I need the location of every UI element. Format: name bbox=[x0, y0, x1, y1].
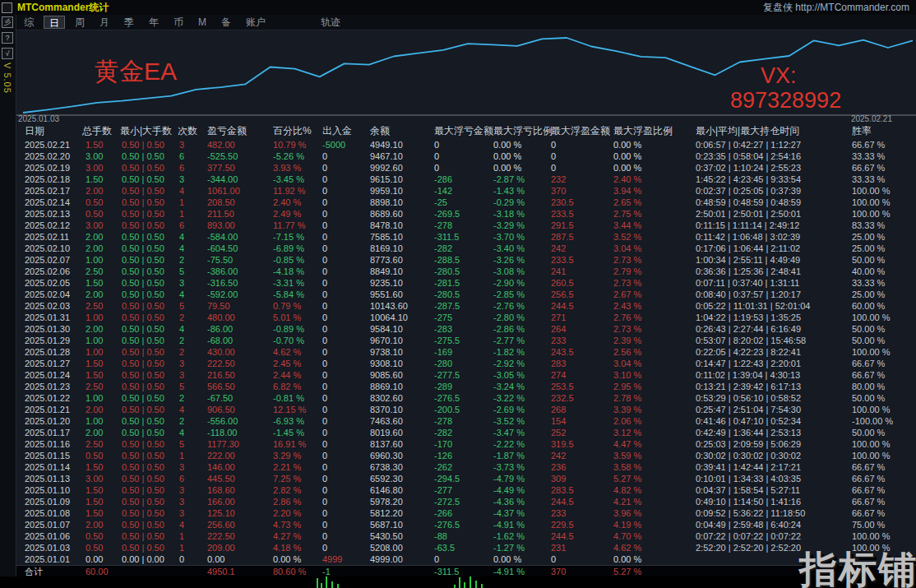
column-header[interactable]: 最大浮盈金额 bbox=[551, 123, 613, 139]
column-header[interactable]: 出入金 bbox=[322, 123, 370, 139]
bottom-histogram bbox=[0, 576, 916, 588]
help-icon[interactable]: ? bbox=[2, 32, 13, 44]
brush-icon[interactable]: 彡 bbox=[2, 16, 13, 28]
table-row[interactable]: 2025.01.162.500.50 | 0.5051177.3016.91 %… bbox=[16, 438, 916, 450]
menu-item-综[interactable]: 综 bbox=[19, 16, 39, 29]
menu-item-日[interactable]: 日 bbox=[44, 16, 65, 29]
table-row[interactable]: 2025.02.102.000.50 | 0.504-604.50-6.89 %… bbox=[16, 243, 916, 254]
table-row[interactable]: 2025.02.112.000.50 | 0.504-584.00-7.15 %… bbox=[16, 231, 916, 243]
cell-total_lots: 3.00 bbox=[82, 150, 120, 162]
cell-max_float_profit_pct: 2.95 % bbox=[613, 381, 681, 392]
table-row[interactable]: 2025.01.221.000.50 | 0.502-67.50-0.81 %0… bbox=[16, 392, 916, 404]
column-header[interactable]: 总手数 bbox=[82, 123, 120, 139]
table-row[interactable]: 2025.01.150.500.50 | 0.501222.003.29 %06… bbox=[16, 450, 916, 461]
table-row[interactable]: 2025.02.032.500.50 | 0.50579.500.79 %010… bbox=[16, 300, 916, 312]
table-row[interactable]: 2025.02.062.500.50 | 0.505-386.00-4.18 %… bbox=[16, 266, 916, 277]
site-link[interactable]: 复盘侠 http://MTCommander.com bbox=[763, 1, 909, 15]
table-row[interactable]: 2025.02.051.500.50 | 0.503-316.50-3.31 %… bbox=[16, 277, 916, 289]
table-row[interactable]: 2025.01.081.500.50 | 0.503125.102.20 %05… bbox=[16, 507, 916, 519]
column-header[interactable]: 日期 bbox=[16, 123, 82, 139]
table-row[interactable]: 2025.01.271.500.50 | 0.503222.502.45 %09… bbox=[16, 358, 916, 369]
cell-pl_amount: 906.50 bbox=[207, 404, 273, 415]
column-header[interactable]: 最小|大手数 bbox=[120, 123, 178, 139]
column-header[interactable]: 最大浮盈比例 bbox=[613, 123, 681, 139]
table-row[interactable]: 2025.01.072.000.50 | 0.504256.604.73 %05… bbox=[16, 519, 916, 530]
cell-total_lots: 0.00 bbox=[82, 553, 120, 565]
cell-min_max_lots: 0.50 | 0.50 bbox=[120, 473, 178, 484]
table-row[interactable]: 2025.01.212.000.50 | 0.504906.5012.15 %0… bbox=[16, 404, 916, 415]
cell-max_float_profit_pct: 2.79 % bbox=[613, 266, 681, 277]
cell-max_float_profit: 264 bbox=[551, 323, 613, 335]
table-row[interactable]: 2025.02.193.000.50 | 0.506377.503.93 %09… bbox=[16, 162, 916, 174]
table-row[interactable]: 2025.02.071.000.50 | 0.502-75.50-0.85 %0… bbox=[16, 254, 916, 266]
column-header[interactable]: 百分比% bbox=[273, 123, 322, 139]
table-row[interactable]: 2025.01.201.000.50 | 0.502-556.00-6.93 %… bbox=[16, 415, 916, 427]
column-header[interactable]: 胜率 bbox=[837, 123, 916, 139]
cell-max_float_loss: -294.5 bbox=[434, 473, 493, 484]
cell-max_float_profit_pct: 3.58 % bbox=[613, 461, 681, 473]
table-row[interactable]: 2025.02.211.500.50 | 0.503482.0010.79 %-… bbox=[16, 139, 916, 150]
table-row[interactable]: 2025.02.203.000.50 | 0.506-525.50-5.26 %… bbox=[16, 150, 916, 162]
table-row[interactable]: 2025.01.311.000.50 | 0.502480.005.01 %01… bbox=[16, 312, 916, 323]
cell-date: 2025.02.11 bbox=[16, 231, 82, 243]
cell-balance: 9615.10 bbox=[370, 174, 434, 185]
cell-balance: 8137.60 bbox=[370, 438, 434, 450]
window-icon[interactable] bbox=[2, 2, 12, 13]
table-row[interactable]: 2025.02.130.500.50 | 0.501211.502.49 %08… bbox=[16, 208, 916, 220]
table-row[interactable]: 2025.01.133.000.50 | 0.506445.507.25 %06… bbox=[16, 473, 916, 484]
menu-item-季[interactable]: 季 bbox=[119, 16, 139, 29]
table-row[interactable]: 2025.01.091.500.50 | 0.503166.002.86 %05… bbox=[16, 496, 916, 507]
cell-max_float_loss: -288.5 bbox=[434, 254, 493, 266]
menu-item-年[interactable]: 年 bbox=[144, 16, 164, 29]
cell-max_float_loss: -272.5 bbox=[434, 496, 493, 507]
cell-max_float_loss_pct: -1.27 % bbox=[493, 542, 551, 553]
cell-max_float_loss: 0 bbox=[434, 162, 493, 174]
cell-max_float_profit: 252 bbox=[551, 427, 613, 438]
cell-cash_in_out: 0 bbox=[322, 300, 370, 312]
menu-item-备[interactable]: 备 bbox=[216, 16, 236, 29]
column-header[interactable]: 最小|平均|最大持仓时间 bbox=[681, 123, 837, 139]
cell-total_lots: 3.00 bbox=[82, 220, 120, 231]
chart-annotation-vx-label: VX: bbox=[761, 63, 797, 89]
menu-item-M[interactable]: M bbox=[193, 16, 211, 29]
column-header[interactable]: 次数 bbox=[178, 123, 207, 139]
cell-max_float_loss_pct: -3.40 % bbox=[493, 243, 551, 254]
check-icon[interactable]: √ bbox=[2, 48, 13, 59]
cell-balance: 10064.10 bbox=[370, 312, 434, 323]
table-row[interactable]: 2025.01.060.500.50 | 0.501222.504.27 %05… bbox=[16, 530, 916, 542]
table-row[interactable]: 2025.01.172.000.50 | 0.504-118.00-1.45 %… bbox=[16, 427, 916, 438]
table-row[interactable]: 2025.02.140.500.50 | 0.501208.502.40 %08… bbox=[16, 197, 916, 208]
table-row[interactable]: 2025.01.291.000.50 | 0.502-68.00-0.70 %0… bbox=[16, 335, 916, 346]
table-row[interactable]: 2025.01.281.000.50 | 0.502430.004.62 %09… bbox=[16, 346, 916, 358]
cell-win_rate: 80.00 % bbox=[837, 381, 916, 392]
cell-max_float_profit: 370 bbox=[551, 185, 613, 197]
table-row[interactable]: 2025.01.030.500.50 | 0.501209.004.18 %05… bbox=[16, 542, 916, 553]
menu-item-账户[interactable]: 账户 bbox=[241, 16, 271, 29]
table-row[interactable]: 2025.02.181.500.50 | 0.503-344.00-3.45 %… bbox=[16, 174, 916, 185]
table-row[interactable]: 2025.01.302.000.50 | 0.504-86.00-0.89 %0… bbox=[16, 323, 916, 335]
column-header[interactable]: 最大浮亏比例 bbox=[493, 123, 551, 139]
table-row[interactable]: 2025.01.101.500.50 | 0.503168.602.82 %06… bbox=[16, 484, 916, 496]
menu-item-轨迹[interactable]: 轨迹 bbox=[316, 16, 345, 29]
table-row[interactable]: 2025.01.232.500.50 | 0.505566.506.82 %08… bbox=[16, 381, 916, 392]
cell-max_float_profit_pct: 2.39 % bbox=[613, 335, 681, 346]
table-row[interactable]: 2025.02.042.000.50 | 0.504-592.00-5.84 %… bbox=[16, 289, 916, 300]
cell-max_float_loss: -311.5 bbox=[434, 566, 493, 577]
menu-item-周[interactable]: 周 bbox=[70, 16, 90, 29]
cell-max_float_loss_pct: -1.87 % bbox=[493, 450, 551, 461]
column-header[interactable]: 余额 bbox=[370, 123, 434, 139]
table-row[interactable]: 2025.01.010.000.00 | 0.0000.000.00 %4999… bbox=[16, 553, 916, 565]
cell-max_float_loss: -278 bbox=[434, 220, 493, 231]
table-row[interactable]: 2025.01.141.500.50 | 0.503146.002.21 %06… bbox=[16, 461, 916, 473]
column-header[interactable]: 盈亏金额 bbox=[207, 123, 273, 139]
menu-item-月[interactable]: 月 bbox=[95, 16, 114, 29]
table-row[interactable]: 2025.02.123.000.50 | 0.506893.0011.77 %0… bbox=[16, 220, 916, 231]
cell-balance: 9959.10 bbox=[370, 185, 434, 197]
table-row[interactable]: 2025.01.241.500.50 | 0.503216.502.44 %09… bbox=[16, 369, 916, 381]
equity-chart[interactable]: 黄金EA VX: 897328992 2025.01.03 2025.02.21 bbox=[16, 30, 916, 123]
cell-cash_in_out: 0 bbox=[322, 461, 370, 473]
cell-min_max_lots: 0.50 | 0.50 bbox=[120, 335, 178, 346]
table-row[interactable]: 2025.02.172.000.50 | 0.5041061.0011.92 %… bbox=[16, 185, 916, 197]
menu-item-币[interactable]: 币 bbox=[169, 16, 188, 29]
column-header[interactable]: 最大浮亏金额 bbox=[434, 123, 493, 139]
